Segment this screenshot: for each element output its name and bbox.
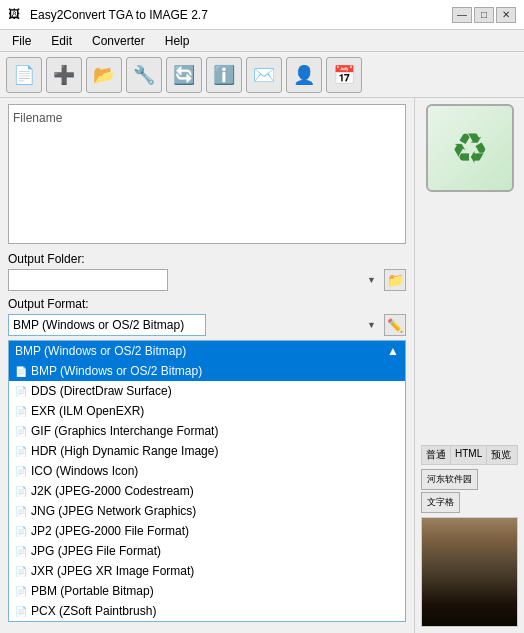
left-panel: Filename Output Folder: 📁 Output Format:… [0, 98, 414, 633]
file-icon: 📄 [15, 586, 27, 597]
menu-converter[interactable]: Converter [84, 32, 153, 50]
list-item[interactable]: 📄 EXR (ILM OpenEXR) [9, 401, 405, 421]
title-left: 🖼 Easy2Convert TGA to IMAGE 2.7 [8, 7, 208, 23]
dropdown-list: 📄 BMP (Windows or OS/2 Bitmap) 📄 DDS (Di… [9, 361, 405, 621]
hedongsoftware-button[interactable]: 河东软件园 [421, 469, 478, 490]
list-item[interactable]: 📄 JPG (JPEG File Format) [9, 541, 405, 561]
list-item[interactable]: 📄 GIF (Graphics Interchange Format) [9, 421, 405, 441]
info-button[interactable]: ℹ️ [206, 57, 242, 93]
file-icon: 📄 [15, 426, 27, 437]
list-item-label: ICO (Windows Icon) [31, 464, 138, 478]
folder-row: 📁 [8, 269, 406, 291]
right-tabs: 普通 HTML 预览 [421, 445, 518, 465]
file-list-header: Filename [13, 109, 401, 127]
file-icon: 📄 [15, 506, 27, 517]
dropdown-selected-text: BMP (Windows or OS/2 Bitmap) [15, 344, 186, 358]
list-item-label: JNG (JPEG Network Graphics) [31, 504, 196, 518]
list-item-label: EXR (ILM OpenEXR) [31, 404, 144, 418]
file-icon: 📄 [15, 446, 27, 457]
tab-html[interactable]: HTML [451, 446, 487, 464]
list-item[interactable]: 📄 BMP (Windows or OS/2 Bitmap) [9, 361, 405, 381]
file-icon: 📄 [15, 466, 27, 477]
output-folder-label: Output Folder: [8, 252, 406, 266]
settings-button[interactable]: 🔧 [126, 57, 162, 93]
email-button[interactable]: ✉️ [246, 57, 282, 93]
list-item[interactable]: 📄 ICO (Windows Icon) [9, 461, 405, 481]
browse-folder-button[interactable]: 📁 [384, 269, 406, 291]
right-side-area: 普通 HTML 预览 河东软件园 文字格 [421, 445, 518, 627]
tab-preview[interactable]: 预览 [487, 446, 515, 464]
file-icon: 📄 [15, 486, 27, 497]
list-item[interactable]: 📄 DDS (DirectDraw Surface) [9, 381, 405, 401]
list-item-label: GIF (Graphics Interchange Format) [31, 424, 218, 438]
file-icon: 📄 [15, 566, 27, 577]
file-icon: 📄 [15, 526, 27, 537]
list-item-label: DDS (DirectDraw Surface) [31, 384, 172, 398]
text-format-button[interactable]: 文字格 [421, 492, 460, 513]
calendar-button[interactable]: 📅 [326, 57, 362, 93]
open-button[interactable]: 📂 [86, 57, 122, 93]
output-folder-input[interactable] [8, 269, 168, 291]
close-button[interactable]: ✕ [496, 7, 516, 23]
new-button[interactable]: 📄 [6, 57, 42, 93]
menu-help[interactable]: Help [157, 32, 198, 50]
file-icon: 📄 [15, 546, 27, 557]
maximize-button[interactable]: □ [474, 7, 494, 23]
file-list-area[interactable]: Filename [8, 104, 406, 244]
file-icon: 📄 [15, 606, 27, 617]
list-item-label: BMP (Windows or OS/2 Bitmap) [31, 364, 202, 378]
folder-select-wrapper [8, 269, 380, 291]
list-item-label: JPG (JPEG File Format) [31, 544, 161, 558]
menu-bar: File Edit Converter Help [0, 30, 524, 52]
edit-format-button[interactable]: ✏️ [384, 314, 406, 336]
preview-image [421, 517, 518, 627]
list-item-label: J2K (JPEG-2000 Codestream) [31, 484, 194, 498]
list-item[interactable]: 📄 PCX (ZSoft Paintbrush) [9, 601, 405, 621]
window-title: Easy2Convert TGA to IMAGE 2.7 [30, 8, 208, 22]
file-icon: 📄 [15, 406, 27, 417]
title-bar: 🖼 Easy2Convert TGA to IMAGE 2.7 — □ ✕ [0, 0, 524, 30]
add-button[interactable]: ➕ [46, 57, 82, 93]
list-item[interactable]: 📄 HDR (High Dynamic Range Image) [9, 441, 405, 461]
main-area: Filename Output Folder: 📁 Output Format:… [0, 98, 524, 633]
list-item[interactable]: 📄 JNG (JPEG Network Graphics) [9, 501, 405, 521]
file-icon: 📄 [15, 386, 27, 397]
list-item[interactable]: 📄 PBM (Portable Bitmap) [9, 581, 405, 601]
list-item[interactable]: 📄 JXR (JPEG XR Image Format) [9, 561, 405, 581]
list-item-label: HDR (High Dynamic Range Image) [31, 444, 218, 458]
list-item-label: JXR (JPEG XR Image Format) [31, 564, 194, 578]
convert-button[interactable]: ♻ [426, 104, 514, 192]
list-item-label: JP2 (JPEG-2000 File Format) [31, 524, 189, 538]
list-item[interactable]: 📄 JP2 (JPEG-2000 File Format) [9, 521, 405, 541]
dropdown-up-arrow: ▲ [387, 344, 399, 358]
toolbar: 📄 ➕ 📂 🔧 🔄 ℹ️ ✉️ 👤 📅 [0, 52, 524, 98]
format-select-wrapper: BMP (Windows or OS/2 Bitmap) DDS (Direct… [8, 314, 380, 336]
output-format-label: Output Format: [8, 297, 406, 311]
user-button[interactable]: 👤 [286, 57, 322, 93]
format-select[interactable]: BMP (Windows or OS/2 Bitmap) DDS (Direct… [8, 314, 206, 336]
right-panel: ♻ 普通 HTML 预览 河东软件园 文字格 [414, 98, 524, 633]
menu-file[interactable]: File [4, 32, 39, 50]
minimize-button[interactable]: — [452, 7, 472, 23]
window-controls[interactable]: — □ ✕ [452, 7, 516, 23]
dropdown-selected-item[interactable]: BMP (Windows or OS/2 Bitmap) ▲ [9, 341, 405, 361]
list-item[interactable]: 📄 J2K (JPEG-2000 Codestream) [9, 481, 405, 501]
refresh-button[interactable]: 🔄 [166, 57, 202, 93]
format-select-row: BMP (Windows or OS/2 Bitmap) DDS (Direct… [8, 314, 406, 336]
list-item-label: PBM (Portable Bitmap) [31, 584, 154, 598]
menu-edit[interactable]: Edit [43, 32, 80, 50]
list-item-label: PCX (ZSoft Paintbrush) [31, 604, 156, 618]
right-buttons: 河东软件园 文字格 [421, 469, 518, 513]
format-dropdown[interactable]: BMP (Windows or OS/2 Bitmap) ▲ 📄 BMP (Wi… [8, 340, 406, 622]
tab-normal[interactable]: 普通 [422, 446, 451, 464]
convert-icon: ♻ [451, 124, 489, 173]
app-icon: 🖼 [8, 7, 24, 23]
file-icon: 📄 [15, 366, 27, 377]
